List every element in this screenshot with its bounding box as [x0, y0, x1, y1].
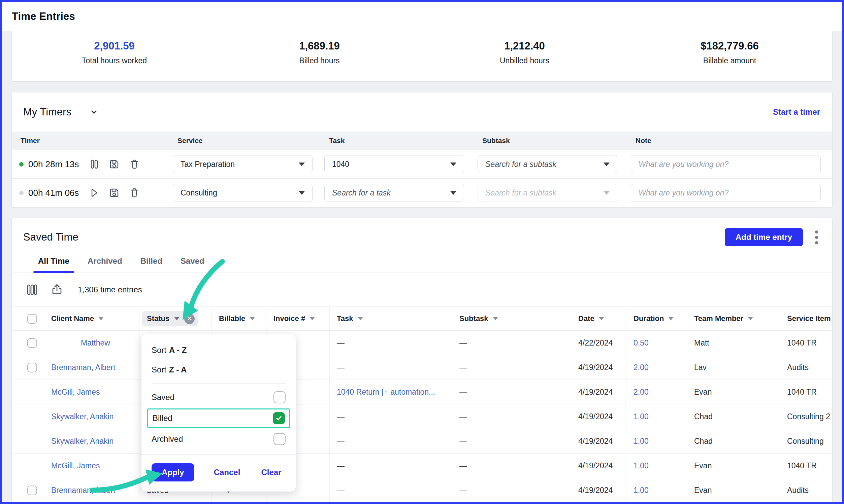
service-select[interactable]: Tax Preparation: [173, 155, 312, 173]
subtask-cell: Search for a subtask: [478, 184, 631, 202]
saved-checkbox[interactable]: [274, 391, 286, 403]
col-invoice[interactable]: Invoice #: [266, 307, 329, 330]
row-checkbox[interactable]: [27, 363, 37, 373]
team-member-value: Evan: [694, 486, 712, 495]
col-subtask[interactable]: Subtask: [452, 307, 571, 330]
chevron-down-icon[interactable]: [89, 107, 99, 117]
client-link[interactable]: Brennaman, Albert: [51, 363, 116, 372]
filter-option-billed[interactable]: Billed: [147, 409, 290, 428]
archived-checkbox[interactable]: [274, 433, 286, 445]
stat-label: Billed hours: [217, 56, 422, 65]
duration-link[interactable]: 2.00: [634, 388, 649, 397]
client-link[interactable]: Skywalker, Anakin: [51, 437, 114, 446]
clear-button[interactable]: Clear: [261, 468, 281, 477]
col-date[interactable]: Date: [571, 307, 626, 330]
timer-col-header: Timer: [12, 137, 173, 145]
task-select[interactable]: 1040: [324, 155, 464, 173]
trash-icon[interactable]: [128, 186, 141, 199]
duration-link[interactable]: 2.00: [634, 363, 649, 372]
columns-icon[interactable]: [25, 283, 39, 296]
caret-down-icon: [450, 162, 457, 166]
service-select[interactable]: Consulting: [173, 184, 312, 202]
duration-link[interactable]: 0.50: [634, 339, 649, 347]
col-client-name[interactable]: Client Name: [44, 307, 139, 330]
note-input[interactable]: [631, 155, 821, 173]
timer-table-header: Timer Service Task Subtask Note: [12, 131, 832, 150]
col-label: Team Member: [694, 314, 743, 323]
duration-link[interactable]: 1.00: [634, 486, 649, 495]
stat-value: $182,779.66: [627, 40, 832, 52]
client-link[interactable]: Skywalker, Anakin: [51, 412, 114, 421]
filter-option-archived[interactable]: Archived: [152, 429, 286, 449]
select-all-cell: [12, 307, 44, 330]
menu-divider: [152, 383, 286, 383]
billed-checkbox-checked[interactable]: [273, 412, 285, 424]
task-cell: —: [329, 453, 452, 478]
client-cell: Skywalker, Anakin: [44, 429, 139, 453]
subtask-cell: —: [452, 355, 571, 379]
save-icon[interactable]: [108, 186, 121, 199]
tab-archived[interactable]: Archived: [83, 252, 127, 272]
col-team-member[interactable]: Team Member: [687, 307, 780, 330]
task-link[interactable]: 1040 Return [+ automation...: [337, 388, 435, 397]
service-cell: Consulting: [173, 184, 324, 202]
client-link[interactable]: McGill, James: [51, 388, 100, 397]
tab-billed[interactable]: Billed: [136, 252, 167, 272]
tab-all-time[interactable]: All Time: [33, 252, 74, 272]
client-link[interactable]: McGill, James: [51, 461, 100, 470]
apply-button[interactable]: Apply: [152, 463, 194, 482]
caret-down-icon: [668, 317, 674, 320]
date-value: 4/19/2024: [578, 461, 613, 470]
task-cell: 1040: [324, 155, 478, 173]
select-all-checkbox[interactable]: [27, 314, 37, 324]
duration-link[interactable]: 1.00: [634, 412, 649, 421]
date-value: 4/19/2024: [578, 437, 613, 446]
row-checkbox[interactable]: [27, 486, 37, 495]
saved-time-card: Saved Time Add time entry All Time Archi…: [12, 218, 832, 502]
subtask-select[interactable]: Search for a subtask: [478, 155, 617, 173]
kebab-menu-icon[interactable]: [813, 229, 820, 246]
team-cell: Lav: [687, 355, 780, 379]
menu-item-sort-za[interactable]: SortZ - A: [152, 365, 286, 375]
client-link[interactable]: Brennaman, Albert: [51, 486, 116, 495]
col-duration[interactable]: Duration: [626, 307, 687, 330]
col-task[interactable]: Task: [329, 307, 452, 330]
client-link[interactable]: Matthew: [81, 339, 110, 347]
col-service-item[interactable]: Service Item: [780, 307, 832, 330]
caret-down-icon: [358, 317, 363, 320]
tab-saved[interactable]: Saved: [176, 252, 209, 272]
start-a-timer-link[interactable]: Start a timer: [773, 107, 820, 117]
play-icon[interactable]: [88, 186, 100, 199]
task-cell: 1040 Return [+ automation...: [329, 380, 452, 404]
subtask-select-disabled[interactable]: Search for a subtask: [478, 184, 617, 202]
pause-icon[interactable]: [88, 158, 100, 170]
trash-icon[interactable]: [128, 158, 141, 170]
clear-filter-icon[interactable]: ✕: [184, 313, 195, 324]
table-row: Matthew ✓ — — 4/22/2024 0.50 Matt 1040 T…: [12, 331, 832, 355]
subtask-cell: —: [452, 331, 571, 355]
caret-down-icon: [748, 317, 753, 320]
task-select[interactable]: Search for a task: [324, 184, 464, 202]
stat-value: 2,901.59: [12, 40, 217, 52]
add-time-entry-button[interactable]: Add time entry: [725, 228, 803, 246]
team-cell: Evan: [687, 453, 780, 478]
note-input[interactable]: [631, 184, 821, 202]
table-row: McGill, James ✓ 1040 Return [+ automatio…: [12, 380, 832, 404]
client-cell: Skywalker, Anakin: [44, 404, 139, 429]
status-filter-chip[interactable]: Status ✕: [142, 311, 198, 326]
caret-down-icon: [174, 317, 179, 320]
note-col-header: Note: [631, 137, 832, 145]
team-member-value: Chad: [694, 437, 713, 446]
timer-elapsed: 00h 28m 13s: [28, 159, 88, 169]
save-icon[interactable]: [108, 158, 121, 170]
duration-link[interactable]: 1.00: [634, 461, 649, 470]
cancel-button[interactable]: Cancel: [214, 468, 240, 477]
menu-item-sort-az[interactable]: SortA - Z: [152, 345, 286, 355]
duration-link[interactable]: 1.00: [634, 437, 649, 446]
col-billable[interactable]: Billable: [211, 307, 266, 330]
caret-down-icon: [98, 317, 104, 320]
filter-option-saved[interactable]: Saved: [152, 388, 286, 407]
export-icon[interactable]: [50, 283, 64, 296]
row-checkbox[interactable]: [27, 338, 37, 348]
row-checkbox-cell: [12, 331, 44, 355]
